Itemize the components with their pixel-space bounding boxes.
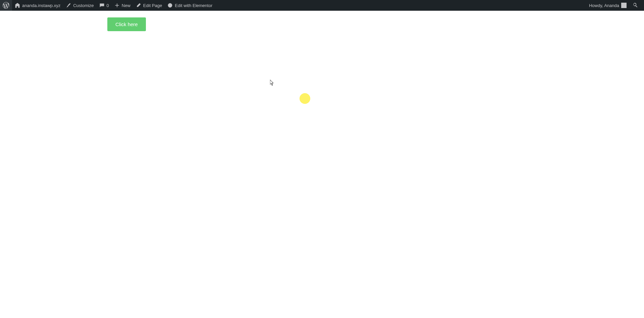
- paintbrush-icon: [66, 3, 71, 8]
- greeting-label: Howdy, Ananda: [589, 3, 619, 8]
- user-account-link[interactable]: Howdy, Ananda: [586, 0, 629, 11]
- customize-label: Customize: [73, 3, 94, 8]
- admin-bar-right: Howdy, Ananda: [586, 0, 644, 11]
- page-content: Click here: [0, 0, 644, 318]
- customize-link[interactable]: Customize: [63, 0, 96, 11]
- search-toggle[interactable]: [629, 0, 641, 11]
- edit-elementor-link[interactable]: Edit with Elementor: [165, 0, 215, 11]
- new-link[interactable]: New: [112, 0, 133, 11]
- site-name-label: ananda.instawp.xyz: [22, 3, 60, 8]
- comment-icon: [99, 3, 105, 8]
- svg-point-0: [168, 3, 172, 8]
- edit-page-link[interactable]: Edit Page: [133, 0, 165, 11]
- home-icon: [15, 3, 20, 8]
- wp-admin-bar: ananda.instawp.xyz Customize 0 New Edit …: [0, 0, 644, 11]
- elementor-icon: [167, 3, 173, 8]
- comments-link[interactable]: 0: [97, 0, 112, 11]
- wp-logo[interactable]: [0, 0, 12, 11]
- site-name-link[interactable]: ananda.instawp.xyz: [12, 0, 63, 11]
- plus-icon: [114, 3, 120, 8]
- new-label: New: [122, 3, 130, 8]
- click-here-button[interactable]: Click here: [107, 17, 146, 31]
- search-icon: [633, 2, 638, 9]
- yellow-circle-marker: [300, 93, 310, 104]
- avatar: [621, 3, 627, 8]
- wordpress-icon: [3, 2, 9, 9]
- comments-count: 0: [107, 3, 109, 8]
- admin-bar-left: ananda.instawp.xyz Customize 0 New Edit …: [0, 0, 586, 11]
- pencil-icon: [136, 3, 141, 8]
- edit-page-label: Edit Page: [143, 3, 162, 8]
- edit-elementor-label: Edit with Elementor: [175, 3, 212, 8]
- mouse-cursor: [270, 80, 275, 87]
